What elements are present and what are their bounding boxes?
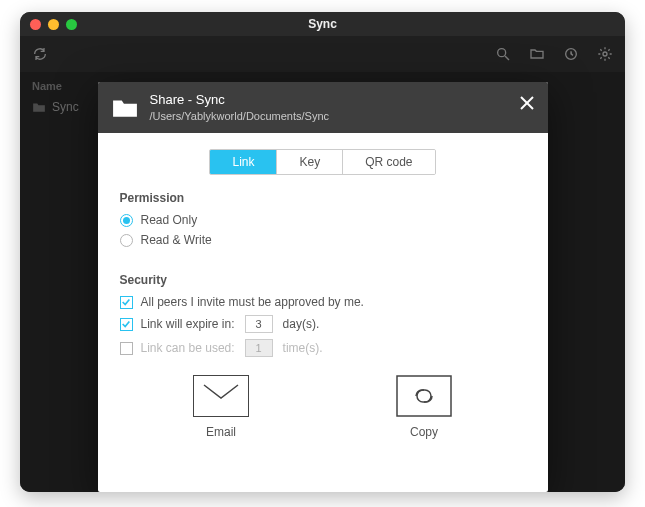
toolbar — [20, 36, 625, 72]
checkbox-icon — [120, 296, 133, 309]
app-window: Sync Name Sync Share - Sync — [20, 12, 625, 492]
radio-read-only[interactable]: Read Only — [120, 213, 526, 227]
share-modal: Share - Sync /Users/Yablykworld/Document… — [98, 82, 548, 492]
svg-rect-6 — [397, 376, 451, 416]
folder-icon[interactable] — [529, 46, 545, 62]
search-icon[interactable] — [495, 46, 511, 62]
checkbox-label-prefix: Link will expire in: — [141, 317, 235, 331]
checkbox-icon — [120, 318, 133, 331]
refresh-icon[interactable] — [32, 46, 48, 62]
checkbox-label: All peers I invite must be approved by m… — [141, 295, 364, 309]
radio-label: Read & Write — [141, 233, 212, 247]
action-label: Email — [206, 425, 236, 439]
radio-icon — [120, 214, 133, 227]
checkbox-label-suffix: time(s). — [283, 341, 323, 355]
action-row: Email Copy — [120, 375, 526, 439]
history-icon[interactable] — [563, 46, 579, 62]
tab-qr-code[interactable]: QR code — [343, 150, 434, 174]
uses-count-input — [245, 339, 273, 357]
folder-icon — [112, 97, 138, 119]
svg-point-0 — [498, 49, 506, 57]
checkbox-label-suffix: day(s). — [283, 317, 320, 331]
main-body: Name Sync Share - Sync /Users/Yablykworl… — [20, 72, 625, 492]
envelope-icon — [193, 375, 249, 417]
svg-point-3 — [603, 52, 607, 56]
checkbox-icon — [120, 342, 133, 355]
copy-button[interactable]: Copy — [396, 375, 452, 439]
modal-body: Link Key QR code Permission Read Only Re… — [98, 133, 548, 457]
action-label: Copy — [410, 425, 438, 439]
link-icon — [396, 375, 452, 417]
checkbox-link-uses[interactable]: Link can be used: time(s). — [120, 339, 526, 357]
security-heading: Security — [120, 273, 526, 287]
tab-link[interactable]: Link — [210, 150, 277, 174]
checkbox-link-expire[interactable]: Link will expire in: day(s). — [120, 315, 526, 333]
close-icon — [518, 94, 536, 112]
email-button[interactable]: Email — [193, 375, 249, 439]
modal-overlay: Share - Sync /Users/Yablykworld/Document… — [20, 72, 625, 492]
close-button[interactable] — [518, 94, 536, 112]
tab-key[interactable]: Key — [277, 150, 343, 174]
svg-line-1 — [505, 56, 509, 60]
modal-title: Share - Sync — [150, 92, 330, 109]
window-title: Sync — [20, 17, 625, 31]
titlebar: Sync — [20, 12, 625, 36]
expire-days-input[interactable] — [245, 315, 273, 333]
tab-group: Link Key QR code — [120, 149, 526, 175]
permission-heading: Permission — [120, 191, 526, 205]
radio-label: Read Only — [141, 213, 198, 227]
radio-icon — [120, 234, 133, 247]
checkbox-approve-peers[interactable]: All peers I invite must be approved by m… — [120, 295, 526, 309]
radio-read-write[interactable]: Read & Write — [120, 233, 526, 247]
checkbox-label-prefix: Link can be used: — [141, 341, 235, 355]
settings-icon[interactable] — [597, 46, 613, 62]
modal-path: /Users/Yablykworld/Documents/Sync — [150, 109, 330, 123]
modal-header: Share - Sync /Users/Yablykworld/Document… — [98, 82, 548, 133]
